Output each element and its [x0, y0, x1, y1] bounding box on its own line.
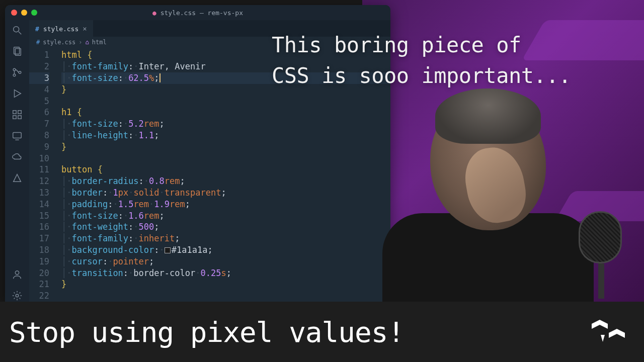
- svg-point-4: [13, 68, 16, 71]
- svg-line-1: [19, 32, 22, 35]
- extensions-icon[interactable]: [11, 109, 23, 121]
- git-icon[interactable]: [11, 66, 23, 78]
- breadcrumb-file: style.css: [43, 39, 75, 46]
- svg-rect-9: [18, 111, 21, 114]
- css-file-icon: #: [35, 25, 39, 33]
- activity-bar: [5, 20, 29, 302]
- breadcrumb-symbol: html: [92, 39, 107, 46]
- close-window-button[interactable]: [11, 10, 17, 16]
- channel-logo: [591, 319, 626, 345]
- line-number-gutter: 12345678910111213141516171819202122: [29, 47, 57, 302]
- svg-point-5: [13, 74, 16, 76]
- window-title: ● style.css — rem-vs-px: [5, 9, 390, 17]
- svg-point-6: [19, 71, 21, 74]
- account-icon[interactable]: [11, 268, 23, 281]
- svg-rect-8: [13, 111, 16, 114]
- svg-marker-7: [15, 90, 21, 98]
- title-banner: Stop using pixel values!: [0, 302, 644, 362]
- svg-rect-12: [13, 133, 22, 138]
- css-file-icon: #: [36, 39, 40, 46]
- svg-point-0: [14, 27, 19, 32]
- debug-icon[interactable]: [11, 87, 23, 100]
- banner-text: Stop using pixel values!: [9, 316, 404, 348]
- tab-style-css[interactable]: # style.css ×: [29, 20, 93, 37]
- symbol-icon: ⌂: [86, 39, 89, 46]
- caption-overlay: This boring piece of CSS is sooo importa…: [272, 30, 571, 92]
- remote-icon[interactable]: [11, 130, 23, 142]
- minimize-window-button[interactable]: [21, 10, 27, 16]
- cloud-icon[interactable]: [11, 151, 23, 163]
- svg-rect-10: [13, 116, 16, 119]
- files-icon[interactable]: [11, 45, 23, 57]
- titlebar: ● style.css — rem-vs-px: [5, 5, 390, 20]
- window-controls: [11, 10, 37, 16]
- maximize-window-button[interactable]: [31, 10, 37, 16]
- search-icon[interactable]: [11, 24, 23, 36]
- presenter-photo: [377, 85, 599, 302]
- settings-icon[interactable]: [11, 290, 23, 302]
- svg-point-15: [16, 294, 19, 297]
- tab-label: style.css: [43, 25, 78, 33]
- svg-rect-11: [18, 116, 21, 119]
- close-tab-button[interactable]: ×: [83, 25, 87, 33]
- chevron-right-icon: ›: [78, 39, 82, 46]
- svg-point-14: [15, 271, 19, 275]
- ai-icon[interactable]: [11, 172, 23, 184]
- microphone: [579, 211, 624, 297]
